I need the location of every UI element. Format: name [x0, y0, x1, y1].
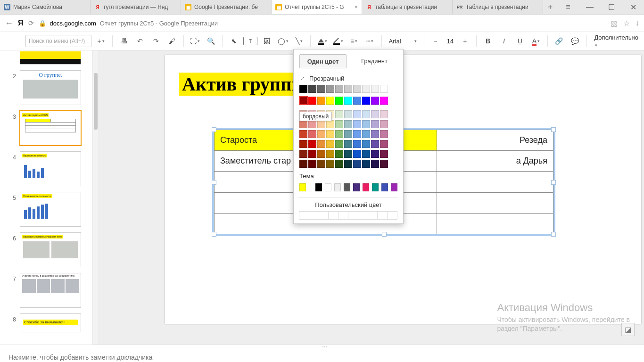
color-swatch[interactable]: [299, 140, 307, 148]
color-swatch[interactable]: [362, 85, 370, 93]
paint-format-button[interactable]: 🖌: [165, 35, 179, 47]
thumbnail-slide-1[interactable]: [20, 51, 81, 65]
speaker-notes[interactable]: ⋯ Нажмите, чтобы добавить заметки доклад…: [0, 345, 644, 362]
color-swatch[interactable]: [326, 97, 334, 105]
table-cell[interactable]: [437, 192, 553, 213]
theme-color-swatch[interactable]: [363, 183, 369, 191]
color-swatch[interactable]: [344, 85, 352, 93]
picker-custom-label[interactable]: Пользовательский цвет: [294, 200, 403, 211]
picker-tab-gradient[interactable]: Градиент: [351, 54, 397, 67]
color-swatch[interactable]: [371, 130, 379, 138]
color-swatch[interactable]: [326, 120, 334, 128]
text-color-button[interactable]: A ▾: [529, 35, 543, 47]
link-button[interactable]: 🔗: [553, 35, 566, 47]
undo-button[interactable]: ↶: [133, 35, 147, 47]
picker-transparent-option[interactable]: ⟋ Прозрачный: [294, 73, 403, 84]
color-swatch[interactable]: [335, 130, 343, 138]
table-cell[interactable]: а Дарья: [437, 151, 553, 172]
font-size-input[interactable]: 14: [445, 38, 455, 45]
url-field[interactable]: 🔒 docs.google.com Отчет группы 2Ст5 - Go…: [39, 20, 606, 27]
color-swatch[interactable]: [308, 97, 316, 105]
thumbnail-slide-8[interactable]: Спасибо за внимание!!!: [20, 313, 81, 332]
color-swatch[interactable]: [344, 160, 352, 168]
color-swatch[interactable]: [362, 97, 370, 105]
color-swatch[interactable]: [371, 110, 379, 118]
thumbnails-scrollbar[interactable]: [92, 50, 99, 345]
thumbnail-slide-6[interactable]: Проведены классные часы на тему: [20, 232, 81, 267]
color-swatch[interactable]: [335, 140, 343, 148]
color-swatch[interactable]: [299, 160, 307, 168]
tab-vk[interactable]: W Мария Самойлова: [0, 0, 91, 14]
color-swatch[interactable]: [344, 140, 352, 148]
color-swatch[interactable]: [362, 140, 370, 148]
color-swatch[interactable]: [362, 110, 370, 118]
color-swatch[interactable]: [353, 150, 361, 158]
picker-tab-solid[interactable]: Один цвет: [299, 54, 347, 68]
color-swatch[interactable]: [308, 120, 316, 128]
menu-search-input[interactable]: Поиск по меню (Alt+/): [25, 35, 91, 47]
theme-color-swatch[interactable]: [353, 183, 360, 191]
drag-handle-icon[interactable]: ⋯: [322, 344, 331, 346]
color-swatch[interactable]: [308, 150, 316, 158]
font-size-decrease[interactable]: −: [429, 35, 442, 47]
table-cell[interactable]: [437, 213, 553, 234]
more-tools-button[interactable]: Дополнительно ▾: [594, 34, 638, 48]
font-size-increase[interactable]: +: [458, 35, 471, 47]
color-swatch[interactable]: [308, 85, 316, 93]
color-swatch[interactable]: [353, 120, 361, 128]
feedback-button[interactable]: ◪: [621, 323, 635, 336]
downloads-icon[interactable]: ↓: [636, 19, 639, 28]
color-swatch[interactable]: [371, 160, 379, 168]
browser-menu-icon[interactable]: ≡: [557, 0, 579, 14]
color-swatch[interactable]: [344, 150, 352, 158]
thumbnail-slide-3[interactable]: Актив группы 2Ст5: [20, 111, 81, 146]
color-swatch[interactable]: [308, 160, 316, 168]
color-swatch[interactable]: [353, 110, 361, 118]
theme-color-swatch[interactable]: [344, 183, 350, 191]
color-swatch[interactable]: [362, 120, 370, 128]
color-swatch[interactable]: [380, 97, 388, 105]
border-color-button[interactable]: ▾: [331, 35, 345, 47]
color-swatch[interactable]: [335, 150, 343, 158]
color-swatch[interactable]: [335, 85, 343, 93]
color-swatch[interactable]: [299, 97, 307, 105]
theme-color-swatch[interactable]: [372, 183, 379, 191]
color-swatch[interactable]: [371, 140, 379, 148]
underline-button[interactable]: U: [513, 35, 527, 47]
tab-yandex-tables[interactable]: Я таблицы в презентации: [362, 0, 453, 14]
window-maximize-icon[interactable]: ☐: [601, 0, 622, 14]
color-swatch[interactable]: [371, 85, 379, 93]
color-swatch[interactable]: [380, 140, 388, 148]
color-swatch[interactable]: [353, 130, 361, 138]
window-close-icon[interactable]: ✕: [622, 0, 644, 14]
color-swatch[interactable]: [344, 110, 352, 118]
color-swatch[interactable]: [326, 140, 334, 148]
color-swatch[interactable]: [317, 85, 325, 93]
color-swatch[interactable]: [353, 85, 361, 93]
redo-button[interactable]: ↷: [149, 35, 163, 47]
shield-icon[interactable]: ▧: [611, 19, 618, 28]
color-swatch[interactable]: [353, 97, 361, 105]
color-swatch[interactable]: [380, 110, 388, 118]
color-swatch[interactable]: [344, 130, 352, 138]
border-dash-button[interactable]: ┄▾: [363, 35, 377, 47]
thumbnail-slide-7[interactable]: Участие группы в общественных мероприяти…: [20, 273, 81, 308]
color-swatch[interactable]: [344, 97, 352, 105]
color-swatch[interactable]: [335, 110, 343, 118]
theme-color-swatch[interactable]: [315, 183, 322, 191]
color-swatch[interactable]: [353, 160, 361, 168]
table-cell[interactable]: [437, 172, 553, 192]
color-swatch[interactable]: [326, 160, 334, 168]
color-swatch[interactable]: [371, 150, 379, 158]
color-swatch[interactable]: [335, 120, 343, 128]
window-minimize-icon[interactable]: —: [579, 0, 601, 14]
theme-color-swatch[interactable]: [391, 183, 397, 191]
color-swatch[interactable]: [299, 150, 307, 158]
bookmark-icon[interactable]: ☆: [623, 19, 630, 28]
italic-button[interactable]: I: [497, 35, 511, 47]
color-swatch[interactable]: [299, 130, 307, 138]
color-swatch[interactable]: [299, 120, 307, 128]
color-swatch[interactable]: [326, 130, 334, 138]
tab-pr-tables[interactable]: PR Таблицы в презентации: [453, 0, 543, 14]
color-swatch[interactable]: [326, 85, 334, 93]
